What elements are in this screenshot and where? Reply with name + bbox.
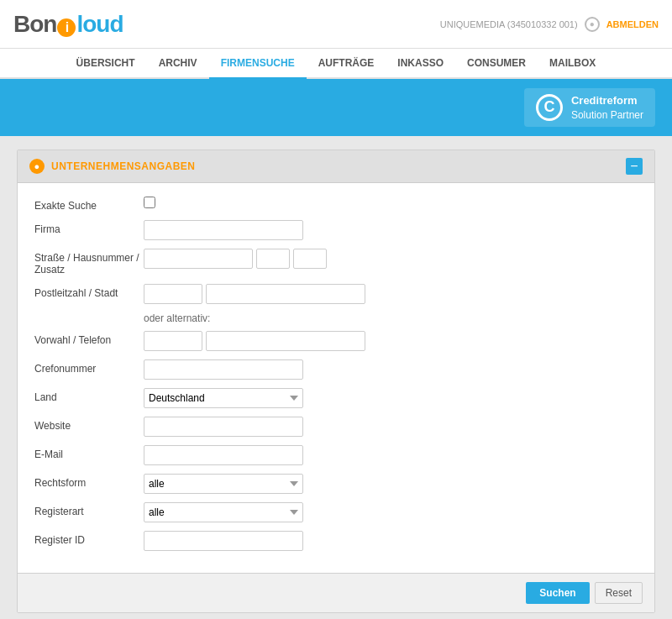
logo: Boniloud (13, 11, 123, 38)
creditreform-text: Creditreform Solution Partner (571, 93, 643, 123)
fields-email (144, 445, 638, 465)
row-strasse: Straße / Hausnummer /Zusatz (34, 249, 638, 275)
oder-text: oder alternativ: (144, 312, 638, 324)
globe-icon: ● (585, 17, 600, 32)
land-select[interactable]: Deutschland Österreich Schweiz (144, 388, 303, 408)
nav-firmensuche[interactable]: FIRMENSUCHE (209, 49, 307, 79)
register-id-input[interactable] (144, 531, 303, 551)
logout-link[interactable]: ABMELDEN (606, 19, 659, 29)
label-registerart: Registerart (34, 502, 144, 517)
label-firma: Firma (34, 220, 144, 235)
vorwahl-input[interactable] (144, 331, 202, 351)
nav-archiv[interactable]: ARCHIV (147, 49, 209, 79)
nav-inkasso[interactable]: INKASSO (386, 49, 455, 79)
email-input[interactable] (144, 445, 303, 465)
row-website: Website (34, 417, 638, 437)
fields-register-id (144, 531, 638, 551)
label-register-id: Register ID (34, 531, 144, 546)
fields-strasse (144, 249, 638, 269)
label-website: Website (34, 417, 144, 432)
fields-crefonummer (144, 359, 638, 380)
label-plz: Postleitzahl / Stadt (34, 284, 144, 299)
fields-registerart: alle (144, 502, 638, 522)
card-header-right: − (626, 158, 643, 175)
plz-input[interactable] (144, 284, 202, 304)
row-land: Land Deutschland Österreich Schweiz (34, 388, 638, 408)
label-exakte-suche: Exakte Suche (34, 197, 144, 212)
strasse-input[interactable] (144, 249, 253, 269)
label-land: Land (34, 388, 144, 403)
fields-land: Deutschland Österreich Schweiz (144, 388, 638, 408)
nav-consumer[interactable]: CONSUMER (455, 49, 538, 79)
label-email: E-Mail (34, 445, 144, 460)
fields-exakte-suche (144, 197, 638, 208)
zusatz-input[interactable] (293, 249, 327, 269)
label-crefonummer: Crefonummer (34, 359, 144, 375)
card-body: Exakte Suche Firma Straße / Hausnummer /… (18, 183, 654, 573)
banner: C Creditreform Solution Partner (0, 79, 672, 136)
person-icon: ● (29, 159, 45, 174)
section-title: UNTERNEHMENSANGABEN (51, 160, 196, 172)
firma-input[interactable] (144, 220, 303, 240)
crefonummer-input[interactable] (144, 359, 303, 380)
logo-text: Boniloud (13, 11, 123, 38)
fields-firma (144, 220, 638, 240)
nav-mailbox[interactable]: MAILBOX (538, 49, 607, 79)
row-exakte-suche: Exakte Suche (34, 197, 638, 212)
main-content: ● UNTERNEHMENSANGABEN − Exakte Suche Fir… (0, 136, 672, 619)
fields-vorwahl (144, 331, 638, 351)
telefon-input[interactable] (206, 331, 365, 351)
row-vorwahl: Vorwahl / Telefon (34, 331, 638, 351)
nav-auftraege[interactable]: AUFTRÄGE (307, 49, 386, 79)
creditreform-line2: Solution Partner (571, 108, 643, 123)
card-header: ● UNTERNEHMENSANGABEN − (18, 150, 654, 183)
card-header-left: ● UNTERNEHMENSANGABEN (29, 159, 196, 174)
user-info: UNIQUEMEDIA (345010332 001) (440, 19, 578, 29)
row-crefonummer: Crefonummer (34, 359, 638, 380)
row-register-id: Register ID (34, 531, 638, 551)
label-rechtsform: Rechtsform (34, 474, 144, 489)
reset-button[interactable]: Reset (595, 582, 643, 604)
rechtsform-select[interactable]: alle (144, 474, 303, 494)
fields-plz (144, 284, 638, 304)
fields-rechtsform: alle (144, 474, 638, 494)
creditreform-logo: C (536, 94, 563, 121)
stadt-input[interactable] (206, 284, 365, 304)
search-button[interactable]: Suchen (526, 582, 589, 604)
label-strasse: Straße / Hausnummer /Zusatz (34, 249, 144, 275)
creditreform-badge: C Creditreform Solution Partner (524, 88, 655, 128)
exakte-suche-checkbox[interactable] (144, 197, 155, 208)
search-card: ● UNTERNEHMENSANGABEN − Exakte Suche Fir… (17, 150, 655, 613)
registerart-select[interactable]: alle (144, 502, 303, 522)
header-right: UNIQUEMEDIA (345010332 001) ● ABMELDEN (440, 17, 659, 32)
row-rechtsform: Rechtsform alle (34, 474, 638, 494)
card-footer: Suchen Reset (18, 573, 654, 612)
nav-uebersicht[interactable]: ÜBERSICHT (65, 49, 147, 79)
row-registerart: Registerart alle (34, 502, 638, 522)
row-plz: Postleitzahl / Stadt (34, 284, 638, 304)
header: Boniloud UNIQUEMEDIA (345010332 001) ● A… (0, 0, 672, 49)
creditreform-line1: Creditreform (571, 93, 643, 108)
fields-website (144, 417, 638, 437)
hausnummer-input[interactable] (256, 249, 290, 269)
label-vorwahl: Vorwahl / Telefon (34, 331, 144, 346)
navbar: ÜBERSICHT ARCHIV FIRMENSUCHE AUFTRÄGE IN… (0, 49, 672, 79)
row-firma: Firma (34, 220, 638, 240)
row-email: E-Mail (34, 445, 638, 465)
website-input[interactable] (144, 417, 303, 437)
collapse-button[interactable]: − (626, 158, 643, 175)
